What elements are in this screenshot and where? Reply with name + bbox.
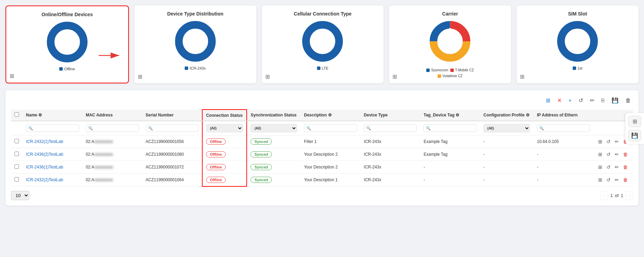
edit-button[interactable]: ✏ (588, 96, 596, 105)
filter-config-select[interactable]: (All) (483, 124, 530, 132)
chart-table-icon-2[interactable]: ⊞ (138, 73, 142, 80)
row-connection-status-cell: Offline (202, 135, 247, 148)
filter-name-input[interactable] (26, 124, 79, 132)
chart-cellular: Cellular Connection Type 4 LTE ⊞ (262, 6, 384, 83)
svg-text:4: 4 (65, 38, 69, 45)
donut-svg-4: 1 1 2 (429, 21, 471, 62)
row-checkbox[interactable] (14, 177, 19, 182)
row-sync-status-cell: Synced (247, 161, 300, 174)
row-checkbox[interactable] (14, 152, 19, 156)
filter-description-input[interactable] (304, 124, 357, 132)
header-ip: IP Address of Ethern (533, 110, 593, 121)
next-page-button[interactable]: › (625, 191, 633, 200)
connection-status-badge: Offline (206, 177, 226, 183)
filter-ip-input[interactable] (537, 124, 590, 132)
row-edit-button[interactable]: ✏ (613, 151, 620, 158)
row-config-profile-cell: - (480, 148, 533, 161)
chart-sim-slot: SIM Slot 4 1st ⊞ (517, 6, 638, 83)
row-grid-button[interactable]: ⊞ (597, 176, 604, 183)
sync-status-badge: Synced (251, 138, 272, 145)
row-refresh-button[interactable]: ↺ (605, 138, 612, 145)
select-all-checkbox[interactable] (14, 112, 19, 117)
copy-button[interactable]: ⎘ (599, 96, 607, 105)
prev-page-button[interactable]: ‹ (601, 191, 608, 200)
legend-dot (185, 66, 188, 70)
filter-sync-select[interactable]: (All) (251, 124, 297, 132)
filter-serial-input[interactable] (146, 124, 199, 132)
legend-label: ICR-243x (190, 66, 205, 70)
row-edit-button[interactable]: ✏ (613, 176, 620, 183)
total-pages: 1 (621, 193, 623, 198)
row-checkbox-cell (11, 174, 22, 186)
row-delete-button[interactable]: 🗑 (622, 151, 629, 158)
table-body: ICR-2432(1)TestLab 02:Axxxxxxxxx ACZ1199… (11, 135, 633, 186)
legend-dot (59, 67, 63, 71)
table-row: ICR-2436(1)TestLab 02:Axxxxxxxxx ACZ1199… (11, 161, 633, 174)
filter-clear-button[interactable]: ✕ (555, 96, 564, 105)
row-edit-button[interactable]: ✏ (613, 164, 620, 171)
sidebar-save-icon-button[interactable]: 💾 (628, 130, 641, 141)
row-device-type-cell: ICR-243x (360, 135, 420, 148)
filter-tag-input[interactable] (423, 124, 477, 132)
device-name-link[interactable]: ICR-2432(1)TestLab (26, 139, 63, 144)
filter-config-cell: (All) (480, 121, 533, 135)
refresh-button[interactable]: ↺ (576, 96, 585, 105)
filter-device-type-input[interactable] (364, 124, 417, 132)
charts-row: Online/Offline Devices 4 Offline ⊞ (6, 6, 638, 83)
row-actions: ⊞ ↺ ✏ 🗑 (597, 176, 630, 183)
row-delete-button[interactable]: 🗑 (622, 176, 629, 183)
device-name-link[interactable]: ICR-2432(2)TestLab (26, 177, 63, 182)
chart-table-icon-1[interactable]: ⊞ (10, 73, 14, 79)
row-grid-button[interactable]: ⊞ (597, 164, 604, 171)
row-device-type-cell: ICR-243x (360, 148, 420, 161)
table-header-row: Name ⚙ MAC Address Serial Number Connect… (11, 110, 633, 121)
header-connection-status: Connection Status (202, 110, 247, 121)
row-actions: ⊞ ↺ ✏ 🗑 (597, 164, 630, 171)
mac-prefix: 02:A (86, 177, 94, 182)
filter-connection-select[interactable]: (All) (206, 124, 243, 132)
filter-ip-cell (533, 121, 593, 135)
legend-vodafone: Vodafone CZ (442, 74, 462, 78)
row-actions-cell: ⊞ ↺ ✏ 🗑 (593, 174, 633, 186)
row-edit-button[interactable]: ✏ (613, 138, 620, 145)
save-button[interactable]: 💾 (610, 96, 621, 105)
row-config-profile-cell: - (480, 161, 533, 174)
mac-blurred: xxxxxxxxx (94, 177, 113, 182)
row-config-profile-cell: - (480, 174, 533, 186)
row-delete-button[interactable]: 🗑 (622, 164, 629, 171)
row-grid-button[interactable]: ⊞ (597, 151, 604, 158)
row-mac-cell: 02:Axxxxxxxxx (82, 135, 142, 148)
row-refresh-button[interactable]: ↺ (605, 176, 612, 183)
chart-table-icon-4[interactable]: ⊞ (392, 73, 397, 80)
chart-table-icon-5[interactable]: ⊞ (520, 73, 524, 80)
row-grid-button[interactable]: ⊞ (597, 138, 604, 145)
row-name-cell: ICR-2432(1)TestLab (22, 135, 82, 148)
page-size-select[interactable]: 10 25 50 (11, 191, 29, 200)
chart-legend-5: 1st (573, 66, 583, 70)
legend-dot-blue (426, 69, 430, 72)
sync-status-badge: Synced (251, 164, 272, 170)
grid-view-button[interactable]: ⊞ (544, 96, 552, 105)
row-refresh-button[interactable]: ↺ (605, 151, 612, 158)
of-label: of (615, 193, 619, 198)
sidebar-grid-icon-button[interactable]: ⊞ (628, 116, 641, 127)
filter-mac-input[interactable] (86, 124, 139, 132)
row-name-cell: ICR-2436(1)TestLab (22, 161, 82, 174)
chart-title-cellular: Cellular Connection Type (294, 11, 352, 17)
delete-button[interactable]: 🗑 (623, 96, 633, 105)
donut-carrier: 1 1 2 (429, 21, 471, 62)
header-device-type: Device Type (360, 110, 420, 121)
add-button[interactable]: + (566, 96, 574, 105)
row-device-type-cell: ICR-243x (360, 174, 420, 186)
row-checkbox[interactable] (14, 164, 19, 169)
row-connection-status-cell: Offline (202, 174, 247, 186)
table-container: Name ⚙ MAC Address Serial Number Connect… (11, 109, 633, 187)
row-checkbox[interactable] (14, 139, 19, 143)
device-name-link[interactable]: ICR-2436(1)TestLab (26, 165, 63, 169)
legend-tmobile: T-Mobile CZ (455, 68, 474, 72)
device-name-link[interactable]: ICR-2436(2)TestLab (26, 152, 63, 157)
row-refresh-button[interactable]: ↺ (605, 164, 612, 171)
chart-table-icon-3[interactable]: ⊞ (265, 73, 270, 80)
mac-blurred: xxxxxxxxx (94, 152, 113, 157)
legend-sysmocom: Sysmocom (431, 68, 448, 72)
